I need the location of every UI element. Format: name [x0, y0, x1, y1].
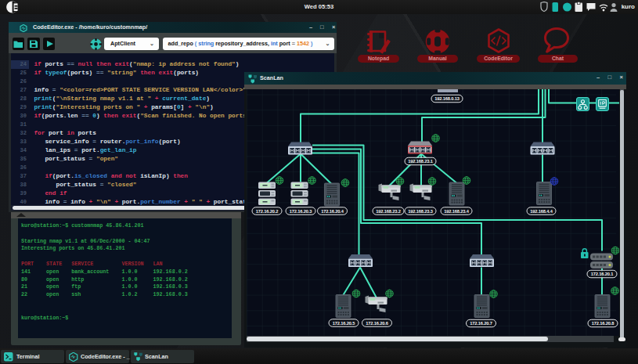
svg-text:172.16.20.5: 172.16.20.5 [333, 320, 355, 325]
svg-text:192.168.23.4: 192.168.23.4 [444, 208, 469, 213]
svg-text:192.168.0.13: 192.168.0.13 [434, 96, 459, 101]
svg-text:192.168.4.4: 192.168.4.4 [530, 208, 553, 213]
svg-text:172.16.20.7: 172.16.20.7 [470, 321, 492, 326]
svg-text:192.168.23.1: 192.168.23.1 [408, 159, 432, 164]
svg-text:172.16.20.1: 172.16.20.1 [591, 272, 613, 276]
svg-text:172.16.20.2: 172.16.20.2 [256, 208, 278, 213]
svg-text:172.16.20.4: 172.16.20.4 [321, 208, 344, 213]
svg-text:192.168.23.2: 192.168.23.2 [376, 208, 400, 213]
svg-text:172.16.20.3: 172.16.20.3 [290, 208, 312, 213]
svg-text:192.168.23.3: 192.168.23.3 [408, 208, 432, 213]
svg-text:172.16.20.6: 172.16.20.6 [366, 320, 387, 325]
svg-text:172.16.20.8: 172.16.20.8 [592, 321, 614, 326]
